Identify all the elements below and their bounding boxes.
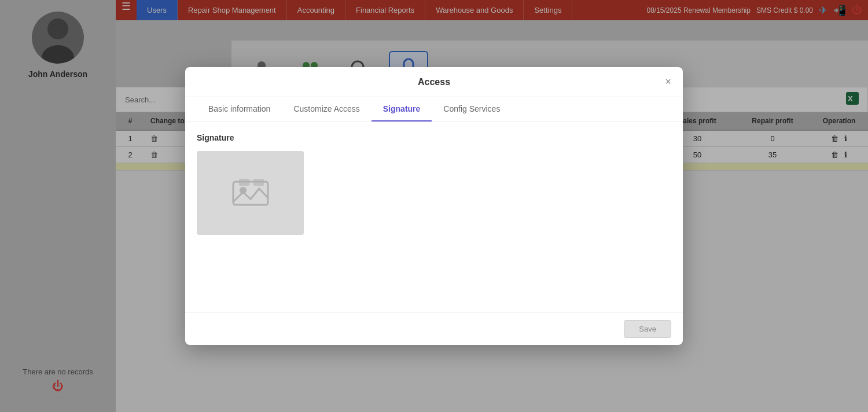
save-button[interactable]: Save	[624, 320, 671, 338]
svg-rect-19	[253, 179, 264, 186]
modal-close-button[interactable]: ×	[665, 76, 672, 88]
tab-basic-information[interactable]: Basic information	[197, 97, 282, 122]
signature-image-placeholder[interactable]	[197, 151, 304, 235]
image-placeholder-icon	[230, 176, 271, 211]
tab-signature[interactable]: Signature	[372, 97, 432, 122]
modal-title: Access	[418, 77, 450, 87]
signature-section-label: Signature	[197, 133, 671, 142]
tab-customize-access[interactable]: Customize Access	[282, 97, 371, 122]
modal-footer: Save	[185, 312, 683, 345]
svg-rect-18	[239, 179, 249, 186]
modal-body: Signature	[185, 122, 683, 312]
access-modal: Access × Basic information Customize Acc…	[185, 67, 683, 345]
modal-overlay: Access × Basic information Customize Acc…	[0, 0, 868, 412]
modal-tabs: Basic information Customize Access Signa…	[185, 97, 683, 122]
modal-header: Access ×	[185, 67, 683, 97]
tab-config-services[interactable]: Config Services	[432, 97, 512, 122]
